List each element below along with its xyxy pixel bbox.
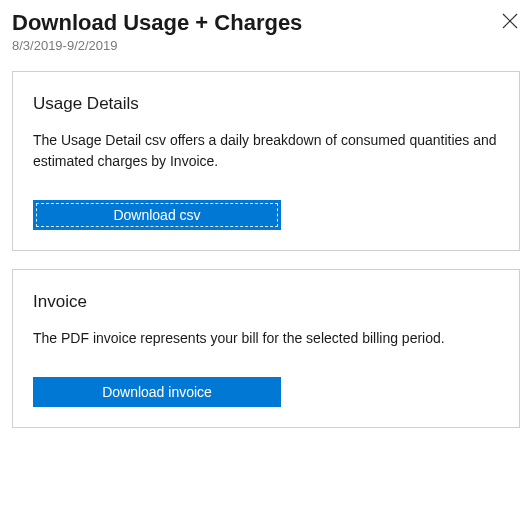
invoice-card-description: The PDF invoice represents your bill for… xyxy=(33,328,499,349)
dialog-header: Download Usage + Charges 8/3/2019-9/2/20… xyxy=(12,10,520,53)
dialog-title: Download Usage + Charges xyxy=(12,10,500,36)
close-button[interactable] xyxy=(500,10,520,34)
header-text-block: Download Usage + Charges 8/3/2019-9/2/20… xyxy=(12,10,500,53)
download-csv-button[interactable]: Download csv xyxy=(33,200,281,230)
invoice-card-title: Invoice xyxy=(33,292,499,312)
usage-details-card: Usage Details The Usage Detail csv offer… xyxy=(12,71,520,251)
usage-card-title: Usage Details xyxy=(33,94,499,114)
date-range: 8/3/2019-9/2/2019 xyxy=(12,38,500,53)
close-icon xyxy=(502,11,518,33)
invoice-card: Invoice The PDF invoice represents your … xyxy=(12,269,520,428)
download-invoice-button[interactable]: Download invoice xyxy=(33,377,281,407)
usage-card-description: The Usage Detail csv offers a daily brea… xyxy=(33,130,499,172)
